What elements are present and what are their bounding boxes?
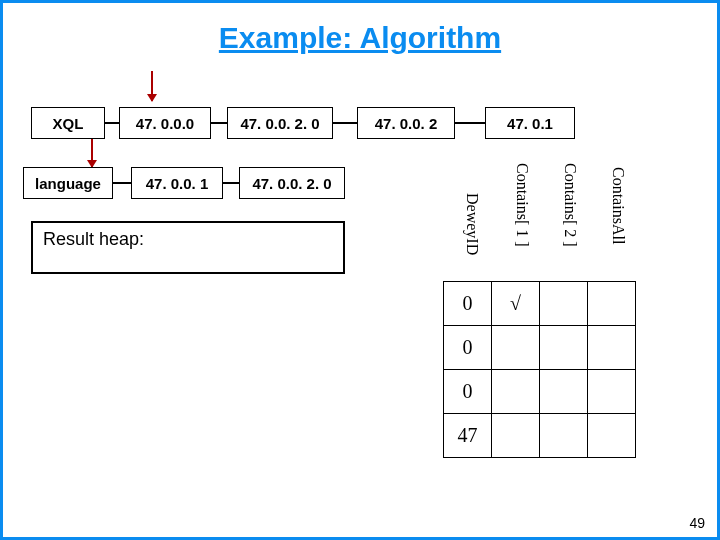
cell: √	[492, 282, 540, 326]
result-grid: 0 √ 0 0 47	[443, 281, 636, 458]
connector-line	[223, 182, 239, 184]
cell	[540, 414, 588, 458]
label: XQL	[53, 115, 84, 132]
cell	[492, 414, 540, 458]
row1-box-2: 47. 0.0. 2. 0	[227, 107, 333, 139]
table-row: 0	[444, 326, 636, 370]
cell: 0	[444, 370, 492, 414]
row1-box-1: 47. 0.0.0	[119, 107, 211, 139]
header-contains1: Contains[ 1 ]	[513, 163, 531, 247]
connector-line	[113, 182, 131, 184]
cell	[492, 370, 540, 414]
label: 47. 0.0. 2. 0	[252, 175, 331, 192]
arrow-down-icon	[91, 137, 93, 167]
row2-box-1: 47. 0.0. 1	[131, 167, 223, 199]
label: 47. 0.0. 2	[375, 115, 438, 132]
cell	[588, 370, 636, 414]
result-heap-box: Result heap:	[31, 221, 345, 274]
cell	[492, 326, 540, 370]
row2-box-2: 47. 0.0. 2. 0	[239, 167, 345, 199]
connector-line	[333, 122, 357, 124]
result-heap-label: Result heap:	[43, 229, 144, 249]
cell: 0	[444, 282, 492, 326]
table-row: 0 √	[444, 282, 636, 326]
cell	[588, 282, 636, 326]
table-row: 47	[444, 414, 636, 458]
cell: 0	[444, 326, 492, 370]
row2-box-language: language	[23, 167, 113, 199]
connector-line	[455, 122, 485, 124]
row1-box-4: 47. 0.1	[485, 107, 575, 139]
label: 47. 0.0.0	[136, 115, 194, 132]
slide-title: Example: Algorithm	[3, 21, 717, 55]
row1-box-3: 47. 0.0. 2	[357, 107, 455, 139]
row1-box-xql: XQL	[31, 107, 105, 139]
label: language	[35, 175, 101, 192]
header-contains2: Contains[ 2 ]	[561, 163, 579, 247]
label: 47. 0.0. 2. 0	[240, 115, 319, 132]
header-deweyid: DeweyID	[463, 193, 481, 255]
header-containsall: ContainsAll	[609, 167, 627, 244]
cell	[540, 370, 588, 414]
arrow-down-icon	[151, 71, 153, 101]
table-row: 0	[444, 370, 636, 414]
cell	[540, 326, 588, 370]
label: 47. 0.1	[507, 115, 553, 132]
label: 47. 0.0. 1	[146, 175, 209, 192]
cell	[588, 326, 636, 370]
cell: 47	[444, 414, 492, 458]
connector-line	[105, 122, 119, 124]
cell	[540, 282, 588, 326]
page-number: 49	[689, 515, 705, 531]
cell	[588, 414, 636, 458]
connector-line	[211, 122, 227, 124]
